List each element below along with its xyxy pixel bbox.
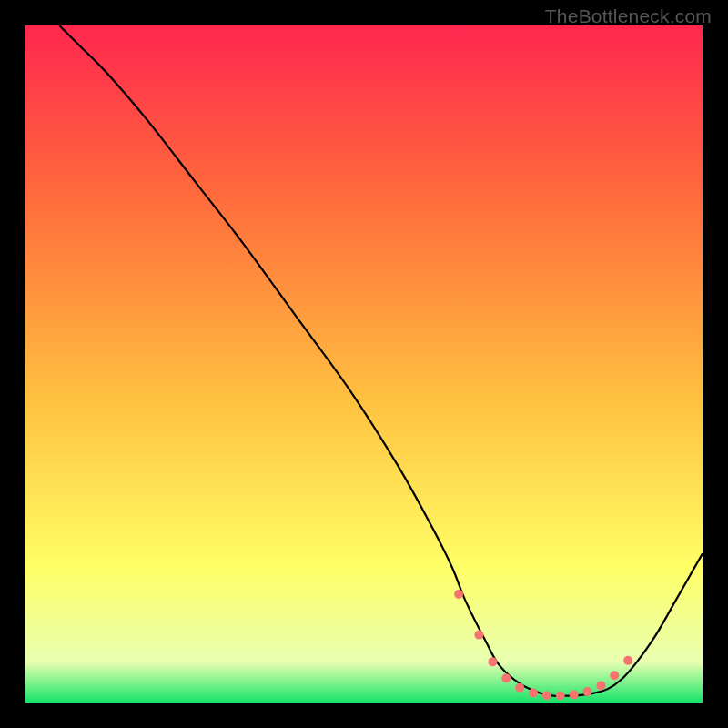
watermark-text: TheBottleneck.com (545, 5, 712, 27)
curve-dot (501, 673, 511, 682)
curve-dot (529, 689, 538, 698)
curve-dot (623, 656, 632, 665)
curve-dot (474, 631, 483, 640)
curve-dot (542, 691, 551, 700)
chart-svg (25, 25, 703, 703)
curve-dot (515, 683, 524, 693)
gradient-background (25, 25, 703, 703)
curve-dot (610, 671, 619, 680)
chart-frame: TheBottleneck.com (0, 0, 728, 728)
curve-dot (488, 657, 497, 666)
curve-dot (583, 687, 592, 696)
curve-dot (570, 690, 579, 699)
curve-dot (596, 681, 605, 690)
curve-dot (454, 590, 463, 599)
curve-dot (556, 692, 565, 701)
